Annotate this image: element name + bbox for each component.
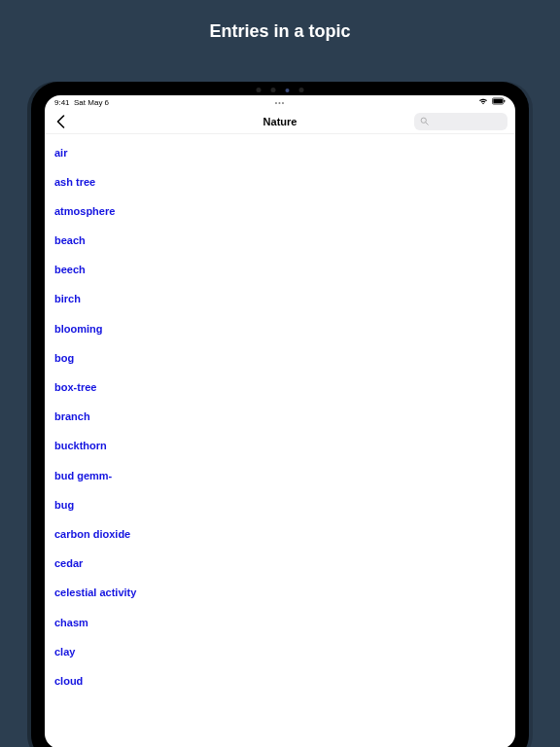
- entry-item[interactable]: cloud: [54, 666, 506, 695]
- status-bar: 9:41 Sat May 6 •••: [45, 95, 515, 109]
- tablet-notch: [257, 88, 304, 92]
- entry-item[interactable]: blooming: [54, 314, 506, 343]
- svg-line-4: [426, 123, 428, 124]
- entry-item[interactable]: cedar: [54, 550, 506, 579]
- entry-item[interactable]: bug: [54, 490, 506, 519]
- nav-title: Nature: [263, 116, 298, 127]
- entry-item[interactable]: chasm: [54, 608, 506, 637]
- entry-item[interactable]: carbon dioxide: [54, 519, 506, 549]
- search-icon: [420, 117, 429, 125]
- nav-bar: Nature: [45, 109, 515, 134]
- status-time-date: 9:41 Sat May 6: [54, 98, 109, 107]
- screen: 9:41 Sat May 6 ••• Nature airash treeatm…: [45, 95, 515, 747]
- entry-item[interactable]: air: [54, 138, 506, 167]
- entry-item[interactable]: atmosphere: [54, 196, 506, 226]
- svg-point-3: [421, 118, 426, 123]
- back-button[interactable]: [51, 112, 70, 131]
- entry-item[interactable]: buckthorn: [54, 432, 506, 461]
- status-dots: •••: [275, 99, 285, 106]
- page-heading: Entries in a topic: [0, 0, 560, 59]
- entry-item[interactable]: bud gemm-: [54, 461, 506, 490]
- wifi-icon: [478, 97, 488, 107]
- entry-item[interactable]: clay: [54, 637, 506, 666]
- battery-icon: [492, 97, 506, 107]
- status-right: [478, 97, 506, 107]
- entry-item[interactable]: celestial activity: [54, 579, 506, 608]
- entry-item[interactable]: branch: [54, 403, 506, 432]
- entry-item[interactable]: birch: [54, 285, 506, 314]
- entries-list[interactable]: airash treeatmospherebeachbeechbirchbloo…: [45, 134, 515, 747]
- svg-rect-2: [504, 100, 505, 103]
- entry-item[interactable]: beach: [54, 227, 506, 256]
- entry-item[interactable]: ash tree: [54, 167, 506, 196]
- chevron-left-icon: [56, 115, 65, 128]
- svg-rect-1: [493, 99, 503, 103]
- entry-item[interactable]: beech: [54, 256, 506, 285]
- search-field[interactable]: [414, 113, 508, 130]
- tablet-frame: 9:41 Sat May 6 ••• Nature airash treeatm…: [31, 82, 529, 747]
- entry-item[interactable]: bog: [54, 343, 506, 373]
- entry-item[interactable]: box-tree: [54, 374, 506, 403]
